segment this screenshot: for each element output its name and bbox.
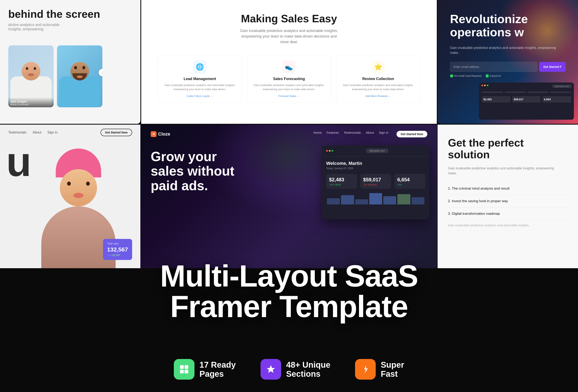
get-started-outline-btn[interactable]: Get Started Now bbox=[100, 129, 132, 136]
avatar-role-1: keting Coordinator bbox=[10, 103, 52, 106]
dot-yellow bbox=[484, 85, 486, 86]
stat-badge-3: +0% bbox=[397, 183, 402, 186]
sales-card-label: Total sales bbox=[107, 242, 128, 245]
avatar-name-1: ssie Cooper bbox=[10, 100, 52, 103]
bottom-nav-links: Testimonials About Sign in bbox=[8, 131, 58, 134]
solution-item-3: 3. Digital transformation roadmap bbox=[448, 208, 568, 220]
pages-badge-text: 17 Ready Pages bbox=[199, 360, 236, 378]
making-sales-title: Making Sales Easy bbox=[241, 12, 337, 25]
feature-badge-speed: Super Fast bbox=[355, 359, 404, 380]
nav-about[interactable]: About bbox=[33, 131, 41, 134]
speed-label-line2: Fast bbox=[381, 369, 404, 378]
cloze-brand-name: Cloze bbox=[158, 131, 170, 137]
feature-badge-sections: 48+ Unique Sections bbox=[260, 359, 331, 380]
feature-card-review: ⭐ Review Collection Gain invaluable pred… bbox=[336, 55, 420, 103]
feature-name-review: Review Collection bbox=[362, 77, 394, 81]
stat-box-1: $2,483 +2% +$250 bbox=[326, 174, 357, 189]
hero-headline: Grow your sales without paid ads. bbox=[151, 149, 246, 193]
face bbox=[60, 169, 97, 206]
nav-sign-in[interactable]: Sign in bbox=[48, 131, 58, 134]
stat-change-1: +2% +$250 bbox=[329, 183, 354, 186]
speed-badge-text: Super Fast bbox=[381, 360, 404, 378]
lead-icon: 🌐 bbox=[193, 60, 206, 73]
hero-text: Grow your sales without paid ads. bbox=[151, 149, 246, 199]
pages-icon bbox=[174, 359, 194, 380]
stat-value-1: $2,483 bbox=[329, 177, 354, 183]
panel-bottom-left: Testimonials About Sign in Get Started N… bbox=[0, 125, 140, 268]
widget-dots bbox=[326, 150, 333, 152]
svg-rect-0 bbox=[180, 365, 184, 369]
widget-date: Today, January 03, 2024 bbox=[326, 167, 425, 170]
avatar-group: ssie Cooper keting Coordinator bbox=[8, 45, 102, 107]
features-grid: 🌐 Lead Management Gain invaluable predic… bbox=[158, 55, 420, 103]
solution-subtitle: Gain invaluable predictive analytics and… bbox=[448, 166, 562, 176]
solution-faded: Gain invaluable predictive analytics and… bbox=[448, 220, 568, 230]
panel-top-right: Revolutionize operations w Gain invaluab… bbox=[438, 0, 578, 124]
solution-list: 1. The criminal mind analysis and result… bbox=[448, 182, 568, 230]
widget-header: figmasite.com bbox=[322, 145, 429, 157]
svg-rect-1 bbox=[185, 365, 188, 369]
stat-badge-2: -1% bbox=[363, 183, 367, 186]
trust-text-2: Cancel An bbox=[490, 75, 501, 77]
dot-green bbox=[487, 85, 488, 86]
widget-greeting: Welcome, Martin bbox=[326, 161, 425, 166]
pages-label-line1: 17 Ready bbox=[199, 360, 236, 369]
feature-desc-sales: Gain invaluable predictive analytics and… bbox=[251, 83, 327, 91]
svg-rect-2 bbox=[180, 370, 184, 373]
dashboard-preview-small: figmasite.com $2,483 $59,017 6,654 bbox=[479, 83, 574, 120]
avatar-label-1: ssie Cooper keting Coordinator bbox=[8, 97, 54, 107]
mini-stats-row bbox=[479, 90, 574, 94]
cloze-nav-about[interactable]: About bbox=[366, 131, 374, 137]
feature-link-lead[interactable]: Collect More Leads → bbox=[187, 94, 213, 98]
widget-dot-red bbox=[326, 150, 328, 152]
check-icon-2: ✓ bbox=[485, 74, 489, 78]
stat-change-3: +0% bbox=[397, 183, 422, 186]
widget-welcome: Welcome, Martin Today, January 03, 2024 … bbox=[322, 157, 429, 209]
review-icon: ⭐ bbox=[372, 60, 385, 73]
making-sales-subtitle: Gain invaluable predictive analytics and… bbox=[240, 28, 338, 45]
trust-text-1: No Credit Card Required bbox=[454, 75, 482, 77]
features-bar: 17 Ready Pages 48+ Unique Sections Super… bbox=[0, 359, 578, 380]
solution-title: Get the perfect solution bbox=[448, 137, 568, 161]
feature-link-review[interactable]: Add More Reviews → bbox=[365, 94, 391, 98]
feature-desc-review: Gain invaluable predictive analytics and… bbox=[340, 83, 416, 91]
sections-label-line1: 48+ Unique bbox=[286, 360, 331, 369]
trust-badge-1: ✓ No Credit Card Required bbox=[450, 74, 482, 78]
widget-stats: $2,483 +2% +$250 $59,017 -1% -$14,400 bbox=[326, 174, 425, 189]
sales-card-value: 132,567 bbox=[107, 246, 128, 253]
feature-link-sales[interactable]: Forecast Sales → bbox=[278, 94, 299, 98]
cloze-logo-icon: ✕ bbox=[151, 131, 156, 137]
sections-badge-text: 48+ Unique Sections bbox=[286, 360, 331, 378]
feature-card-lead: 🌐 Lead Management Gain invaluable predic… bbox=[158, 55, 242, 103]
revolutionize-title: Revolutionize operations w bbox=[450, 12, 566, 39]
cloze-nav-testimonials[interactable]: Testimonials bbox=[344, 131, 361, 137]
sales-card-change: ↑ + 132.567 bbox=[107, 254, 128, 257]
change-arrow: ↑ bbox=[107, 254, 108, 257]
pages-label-line2: Pages bbox=[199, 369, 236, 378]
feature-badge-pages: 17 Ready Pages bbox=[174, 359, 236, 380]
stat-delta-1: +$250 bbox=[334, 183, 341, 186]
sales-card: Total sales 132,567 ↑ + 132.567 bbox=[103, 239, 132, 260]
avatar-card-1: ssie Cooper keting Coordinator bbox=[8, 45, 54, 107]
cloze-sign-in[interactable]: Sign in bbox=[379, 131, 388, 137]
bottom-row: Testimonials About Sign in Get Started N… bbox=[0, 125, 578, 268]
cloze-logo: ✕ Cloze bbox=[151, 131, 170, 137]
feature-desc-lead: Gain invaluable predictive analytics and… bbox=[162, 83, 238, 91]
panel-left-title: behind the screen bbox=[8, 8, 100, 20]
cloze-get-started-btn[interactable]: Get Started Now bbox=[396, 131, 427, 137]
stat-value-3: 6,654 bbox=[397, 177, 422, 183]
get-started-btn-top-right[interactable]: Get Started F bbox=[539, 62, 566, 72]
stat-box-3: 6,654 +0% bbox=[394, 174, 425, 189]
speed-icon bbox=[355, 359, 376, 380]
url-bar-small: figmasite.com bbox=[552, 85, 571, 88]
cloze-nav-features[interactable]: Features bbox=[327, 131, 339, 137]
sales-icon: 👟 bbox=[282, 60, 296, 73]
cloze-nav-home[interactable]: Home bbox=[313, 131, 322, 137]
cloze-nav: ✕ Cloze Home Features Testimonials About… bbox=[151, 131, 427, 137]
stat-badge-1: +2% bbox=[329, 183, 334, 186]
stat-box-2: $59,017 -1% -$14,400 bbox=[360, 174, 391, 189]
trust-badges: ✓ No Credit Card Required ✓ Cancel An bbox=[450, 74, 501, 78]
stat-value-2: $59,017 bbox=[363, 177, 388, 183]
nav-testimonials[interactable]: Testimonials bbox=[8, 131, 26, 134]
email-input-display[interactable]: Enter email address bbox=[450, 62, 537, 72]
